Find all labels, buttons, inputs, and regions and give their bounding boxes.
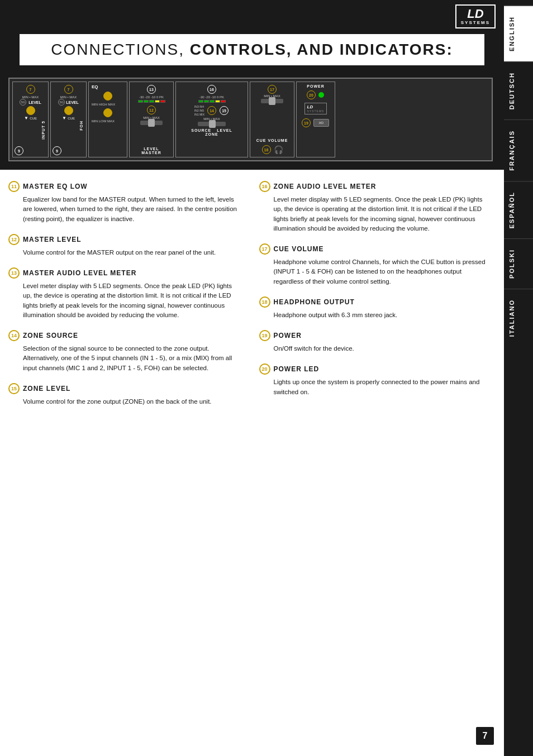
item-master-audio-meter: 13 MASTER AUDIO LEVEL METER Level meter … — [8, 267, 242, 320]
cue-vol-label: CUE VOLUME — [256, 137, 288, 142]
power-switch[interactable]: I/O — [313, 119, 329, 127]
badge-11: 11 — [103, 108, 112, 117]
title-banner: CONNECTIONS, CONTROLS, AND INDICATORS: — [20, 34, 484, 65]
input5-module: 7 MIN • MAX SG LEVEL 8 ▼ CUE 9 INPUT 5 — [12, 82, 49, 157]
lang-tab-english[interactable]: ENGLISH — [504, 6, 533, 61]
badge-10: 10 — [103, 92, 112, 101]
language-sidebar: ENGLISH DEUTSCH FRANÇAIS ESPAÑOL POLSKI … — [504, 0, 533, 756]
zone-level-label: LEVEL — [217, 127, 232, 132]
badge-14: 14 — [207, 106, 216, 115]
master-label: LEVEL — [144, 146, 159, 151]
eq-module: EQ 10 MIN HIGH MAX 11 MIN LOW MAX — [88, 82, 127, 157]
lang-tab-deutsch[interactable]: DEUTSCH — [504, 61, 533, 119]
item-12-number: 12 — [8, 234, 20, 245]
item-11-body: Equalizer low band for the MASTER output… — [8, 195, 242, 224]
item-12-title: MASTER LEVEL — [23, 236, 82, 243]
item-14-heading: 14 ZONE SOURCE — [8, 330, 242, 341]
page-title: CONNECTIONS, CONTROLS, AND INDICATORS: — [36, 41, 468, 59]
badge-17: 17 — [268, 85, 277, 94]
item-master-level: 12 MASTER LEVEL Volume control for the M… — [8, 234, 242, 257]
item-cue-volume: 17 CUE VOLUME Headphone volume control C… — [259, 243, 493, 286]
power-led-indicator — [318, 92, 324, 98]
item-19-number: 19 — [259, 330, 270, 341]
badge-9b: 9 — [53, 146, 61, 155]
item-18-title: HEADPHONE OUTPUT — [274, 298, 355, 306]
power-module: POWER 20 LD SYSTEMS 19 I/O — [296, 82, 335, 157]
item-12-body: Volume control for the MASTER output on … — [8, 248, 242, 257]
badge-15: 15 — [220, 106, 229, 115]
item-power: 19 POWER On/Off switch for the device. — [259, 330, 493, 353]
item-14-number: 14 — [8, 330, 20, 341]
item-18-body: Headphone output with 6.3 mm stereo jack… — [259, 310, 493, 320]
item-11-title: MASTER EQ LOW — [23, 183, 88, 190]
title-bold: CONTROLS, AND INDICATORS: — [190, 41, 453, 58]
item-14-title: ZONE SOURCE — [23, 332, 78, 339]
item-19-title: POWER — [274, 332, 302, 339]
badge-7a: 7 — [26, 85, 35, 94]
badge-18: 18 — [262, 145, 271, 154]
item-14-body: Selection of the signal source to be con… — [8, 344, 242, 373]
item-16-number: 16 — [259, 181, 270, 192]
item-headphone-output: 18 HEADPHONE OUTPUT Headphone output wit… — [259, 296, 493, 320]
item-15-heading: 15 ZONE LEVEL — [8, 383, 242, 394]
item-19-heading: 19 POWER — [259, 330, 493, 341]
zone-module: 16 -30 -20 -10 0 PK IN3 IN4 IN2 IN5 IN1 — [175, 82, 248, 157]
item-13-title: MASTER AUDIO LEVEL METER — [23, 269, 136, 277]
item-16-heading: 16 ZONE AUDIO LEVEL METER — [259, 181, 493, 192]
item-13-body: Level meter display with 5 LED segments.… — [8, 281, 242, 320]
item-20-body: Lights up once the system is properly co… — [259, 377, 493, 397]
item-master-eq-low: 11 MASTER EQ LOW Equalizer low band for … — [8, 181, 242, 224]
master-module: 13 -30 -20 -10 0 PK 12 MIN • MAX — [129, 82, 174, 157]
item-zone-level: 15 ZONE LEVEL Volume control for the zon… — [8, 383, 242, 406]
content-area: 11 MASTER EQ LOW Equalizer low band for … — [0, 170, 504, 428]
lang-tab-francais[interactable]: FRANÇAIS — [504, 119, 533, 181]
badge-16: 16 — [207, 85, 216, 94]
diagram-area: 7 MIN • MAX SG LEVEL 8 ▼ CUE 9 INPUT 5 7… — [0, 72, 504, 170]
source-label: SOURCE — [191, 127, 211, 132]
badge-8b: 8 — [64, 106, 73, 115]
item-16-body: Level meter display with 5 LED segments.… — [259, 195, 493, 233]
item-11-heading: 11 MASTER EQ LOW — [8, 181, 242, 192]
foh-module: 7 MIN • MAX SG LEVEL 8 ▼ CUE 9 FOH — [50, 82, 87, 157]
device-panel: 7 MIN • MAX SG LEVEL 8 ▼ CUE 9 INPUT 5 7… — [8, 78, 493, 161]
item-20-heading: 20 POWER LED — [259, 363, 493, 375]
item-15-number: 15 — [8, 383, 20, 394]
badge-19: 19 — [302, 118, 311, 127]
badge-7b: 7 — [64, 85, 73, 94]
logo-letters: LD — [461, 8, 490, 20]
item-17-body: Headphone volume control Channels, for w… — [259, 257, 493, 286]
items-grid: 11 MASTER EQ LOW Equalizer low band for … — [8, 181, 493, 417]
item-15-body: Volume control for the zone output (ZONE… — [8, 397, 242, 406]
logo-tagline: SYSTEMS — [461, 20, 490, 25]
badge-9a: 9 — [15, 146, 23, 155]
item-18-number: 18 — [259, 296, 270, 308]
ld-logo: LD SYSTEMS — [455, 4, 496, 28]
item-19-body: On/Off switch for the device. — [259, 344, 493, 353]
item-zone-audio-meter: 16 ZONE AUDIO LEVEL METER Level meter di… — [259, 181, 493, 233]
item-zone-source: 14 ZONE SOURCE Selection of the signal s… — [8, 330, 242, 373]
cue-module: 17 MIN • MAX CUE VOLUME 18 🎧 — [250, 82, 294, 157]
item-17-heading: 17 CUE VOLUME — [259, 243, 493, 255]
item-17-title: CUE VOLUME — [274, 245, 324, 253]
item-11-number: 11 — [8, 181, 20, 192]
item-13-number: 13 — [8, 267, 20, 279]
badge-12: 12 — [147, 106, 156, 114]
input5-label: INPUT 5 — [41, 121, 45, 140]
left-column: 11 MASTER EQ LOW Equalizer low band for … — [8, 181, 242, 417]
foh-label: FOH — [79, 121, 83, 131]
item-12-heading: 12 MASTER LEVEL — [8, 234, 242, 245]
main-content: LD SYSTEMS CONNECTIONS, CONTROLS, AND IN… — [0, 0, 504, 428]
item-20-number: 20 — [259, 363, 270, 375]
title-normal: CONNECTIONS, — [51, 41, 189, 58]
lang-tab-italiano[interactable]: ITALIANO — [504, 289, 533, 347]
badge-8a: 8 — [26, 106, 35, 115]
badge-13: 13 — [147, 85, 156, 94]
item-13-heading: 13 MASTER AUDIO LEVEL METER — [8, 267, 242, 279]
item-15-title: ZONE LEVEL — [23, 385, 70, 393]
page-number: 7 — [476, 727, 494, 745]
item-17-number: 17 — [259, 243, 270, 255]
right-column: 16 ZONE AUDIO LEVEL METER Level meter di… — [259, 181, 493, 417]
lang-tab-polski[interactable]: POLSKI — [504, 238, 533, 289]
lang-tab-espanol[interactable]: ESPAÑOL — [504, 181, 533, 238]
item-18-heading: 18 HEADPHONE OUTPUT — [259, 296, 493, 308]
